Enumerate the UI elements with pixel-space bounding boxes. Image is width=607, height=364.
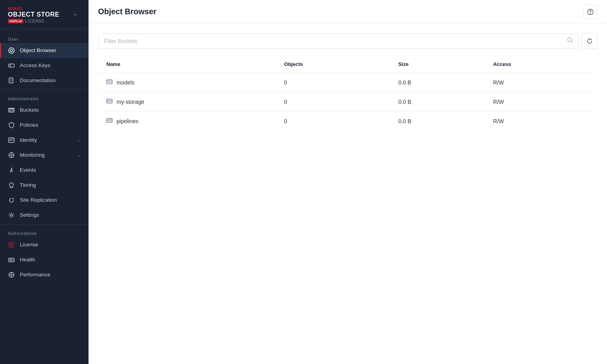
object-browser-icon [8,47,15,54]
site-replication-label: Site Replication [20,197,81,203]
content-area: Name Objects Size Access models 00.0 BR/ [89,24,607,364]
table-body: models 00.0 BR/W my-storage 00.0 BR/W [98,73,598,131]
sidebar-item-site-replication[interactable]: Site Replication [0,193,89,208]
col-access: Access [485,56,598,73]
sidebar-item-buckets[interactable]: Buckets [0,103,89,118]
user-section-label: User [0,32,89,43]
refresh-button[interactable] [582,33,598,49]
bucket-objects: 0 [276,92,390,112]
sidebar-item-monitoring[interactable]: Monitoring ⌄ [0,148,89,163]
svg-point-1 [10,49,13,52]
main-content: Object Browser [89,0,607,364]
performance-label: Performance [20,272,81,278]
page-title: Object Browser [98,7,156,16]
settings-icon [8,212,15,219]
identity-icon [8,137,15,144]
svg-rect-37 [107,80,112,84]
brand-name: MINIO [8,6,59,11]
health-icon [8,256,15,263]
table-row[interactable]: pipelines 00.0 BR/W [98,112,598,131]
buckets-table: Name Objects Size Access models 00.0 BR/ [98,55,598,131]
monitoring-icon [8,152,15,159]
bucket-name-cell: pipelines [98,112,276,131]
tiering-label: Tiering [20,182,81,188]
search-icon [567,37,573,45]
svg-point-23 [11,214,13,216]
performance-icon [8,271,15,278]
access-keys-icon [8,62,15,69]
bucket-size: 0.0 B [390,112,485,131]
sidebar-item-identity[interactable]: Identity ⌄ [0,133,89,148]
collapse-sidebar-button[interactable]: ← [71,9,81,20]
svg-point-28 [11,274,12,276]
product-name: OBJECT STORE [8,11,59,18]
identity-chevron-icon: ⌄ [77,137,81,143]
help-button[interactable] [583,5,598,19]
health-label: Health [20,257,81,263]
svg-rect-40 [107,99,112,103]
bucket-name: my-storage [117,99,144,105]
svg-rect-2 [9,64,14,67]
filter-bar [98,33,598,49]
help-icon [587,9,594,15]
sidebar-item-policies[interactable]: Policies [0,118,89,133]
sidebar-item-events[interactable]: λ Events [0,163,89,178]
sidebar-item-tiering[interactable]: Tiering [0,178,89,193]
divider-2 [0,90,89,90]
license-area: AGPLv3 LICENSE [8,19,59,23]
bucket-access: R/W [485,73,598,92]
refresh-icon [586,38,593,44]
tiering-icon [8,182,15,189]
bucket-icon [106,117,113,125]
agpl-badge: AGPLv3 [8,19,23,23]
sidebar: MINIO OBJECT STORE AGPLv3 LICENSE ← User… [0,0,89,364]
topbar: Object Browser [89,0,607,24]
sidebar-item-settings[interactable]: Settings [0,208,89,223]
monitoring-label: Monitoring [20,152,72,158]
svg-point-0 [9,48,14,53]
svg-rect-43 [107,118,112,122]
bucket-size: 0.0 B [390,92,485,112]
sidebar-item-access-keys[interactable]: Access Keys [0,58,89,73]
buckets-icon [8,107,15,114]
sidebar-item-documentation[interactable]: Documentation [0,73,89,88]
svg-point-17 [11,154,12,156]
events-label: Events [20,167,81,173]
documentation-label: Documentation [20,77,81,83]
filter-input-wrapper [98,34,579,49]
bucket-access: R/W [485,92,598,112]
object-browser-label: Object Browser [20,47,81,53]
svg-point-13 [10,139,11,141]
monitoring-chevron-icon: ⌄ [77,152,81,158]
events-icon: λ [8,167,15,174]
bucket-icon [106,79,113,86]
divider-3 [0,224,89,225]
identity-label: Identity [20,137,72,143]
filter-buckets-input[interactable] [98,34,578,48]
table-row[interactable]: models 00.0 BR/W [98,73,598,92]
bucket-name: pipelines [117,118,138,124]
admin-section-label: Administrator [0,92,89,103]
license-label: License [20,242,81,248]
sidebar-item-health[interactable]: Health [0,252,89,267]
divider-1 [0,30,89,30]
policies-label: Policies [20,122,81,128]
logo: MINIO OBJECT STORE AGPLv3 LICENSE [8,6,59,23]
sidebar-item-object-browser[interactable]: Object Browser [0,43,89,58]
settings-label: Settings [20,212,81,218]
col-name: Name [98,56,276,73]
svg-point-34 [590,13,591,14]
col-size: Size [390,56,485,73]
table-row[interactable]: my-storage 00.0 BR/W [98,92,598,112]
sidebar-item-license[interactable]: License [0,237,89,252]
documentation-icon [8,77,15,84]
policies-icon [8,122,15,129]
license-icon [8,241,15,248]
bucket-access: R/W [485,112,598,131]
svg-point-25 [11,244,13,246]
access-keys-label: Access Keys [20,62,81,68]
bucket-objects: 0 [276,112,390,131]
bucket-size: 0.0 B [390,73,485,92]
site-replication-icon [8,197,15,204]
sidebar-item-performance[interactable]: Performance [0,267,89,282]
